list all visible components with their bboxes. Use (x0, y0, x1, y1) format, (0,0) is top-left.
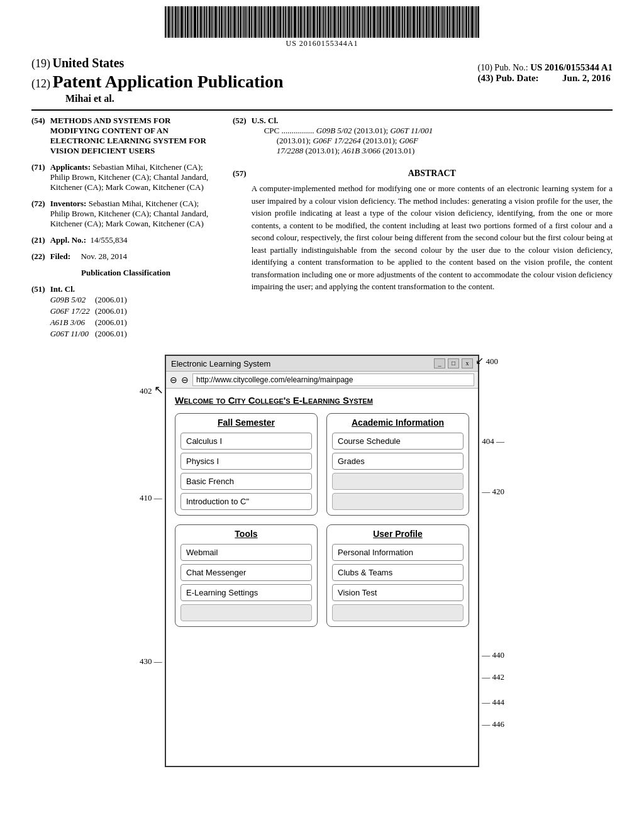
svg-rect-88 (330, 6, 331, 38)
fig-label-430: 430 — (140, 656, 162, 667)
section-51-num: (51) (31, 284, 45, 340)
panel-user-item-1[interactable]: Personal Information (332, 544, 464, 561)
svg-rect-46 (251, 6, 252, 38)
svg-rect-128 (406, 6, 406, 38)
cpc-label: CPC ................ (264, 126, 316, 135)
cpc-date-4: (2013.01); (306, 146, 342, 155)
browser-minimize-btn[interactable]: _ (434, 358, 445, 368)
svg-rect-37 (233, 6, 236, 38)
section-21-content: Appl. No.: 14/555,834 (50, 235, 128, 245)
panel-academic-item-1[interactable]: Course Schedule (332, 433, 464, 450)
cpc-codes: CPC ................ G09B 5/02 (2013.01)… (252, 126, 433, 156)
welcome-heading: Welcome to City College's E-Learning Sys… (175, 395, 469, 406)
panel-user-item-2[interactable]: Clubs & Teams (332, 564, 464, 581)
fig-label-446: — 446 (482, 719, 504, 729)
svg-rect-116 (383, 6, 384, 38)
svg-rect-28 (218, 6, 218, 38)
svg-rect-151 (449, 6, 450, 38)
svg-rect-8 (179, 6, 180, 38)
svg-rect-98 (349, 6, 350, 38)
browser-window: Electronic Learning System _ □ x ⊖ ⊖ Wel… (165, 355, 479, 767)
svg-rect-53 (264, 6, 265, 38)
panel-tools-item-3[interactable]: E-Learning Settings (180, 584, 312, 601)
svg-rect-30 (221, 6, 223, 38)
svg-rect-9 (180, 6, 183, 38)
section-22-value: Nov. 28, 2014 (80, 252, 127, 261)
panel-tools-items: Webmail Chat Messenger E-Learning Settin… (175, 541, 317, 626)
panel-tools-item-1[interactable]: Webmail (180, 544, 312, 561)
svg-rect-97 (347, 6, 348, 38)
svg-rect-96 (345, 6, 346, 38)
svg-rect-153 (452, 6, 455, 38)
us-cl-label: U.S. Cl. (252, 116, 433, 126)
svg-rect-113 (377, 6, 379, 38)
panel-fall-item-3[interactable]: Basic French (180, 473, 312, 490)
panel-user-item-3[interactable]: Vision Test (332, 584, 464, 601)
svg-rect-42 (243, 6, 245, 38)
panel-user-profile: User Profile Personal Information Clubs … (326, 524, 469, 627)
int-cl-date-1: (2006.01) (95, 294, 132, 306)
browser-url-input[interactable] (192, 374, 474, 386)
svg-rect-126 (402, 6, 403, 38)
pub-class-label: Publication Classification (31, 268, 220, 278)
section-51-label: (51) Int. Cl. G09B 5/02 (2006.01) G06F 1… (31, 284, 220, 340)
svg-rect-108 (367, 6, 369, 38)
browser-back-btn[interactable]: ⊖ (170, 375, 177, 385)
inventors-short: Mihai et al. (31, 93, 613, 104)
browser-titlebar: Electronic Learning System _ □ x (166, 356, 478, 372)
section-52-content: U.S. Cl. CPC ................ G09B 5/02 … (252, 116, 433, 156)
panel-fall-items: Calculus I Physics I Basic French Introd… (175, 430, 317, 515)
browser-title: Electronic Learning System (171, 359, 270, 368)
panel-fall-item-1[interactable]: Calculus I (180, 433, 312, 450)
type-label: (12) (31, 77, 50, 90)
section-22-content: Filed: Nov. 28, 2014 (50, 252, 127, 262)
browser-body: Welcome to City College's E-Learning Sys… (166, 389, 478, 766)
section-57-label: (57) ABSTRACT A computer-implemented met… (233, 169, 613, 293)
svg-rect-60 (277, 6, 279, 38)
section-22-filed-label: Filed: (50, 252, 71, 261)
browser-forward-btn[interactable]: ⊖ (181, 375, 189, 385)
svg-rect-125 (401, 6, 401, 38)
svg-rect-33 (226, 6, 227, 38)
section-22-num: (22) (31, 252, 45, 262)
panel-fall-title: Fall Semester (175, 414, 317, 430)
int-cl-table: G09B 5/02 (2006.01) G06F 17/22 (2006.01)… (50, 294, 132, 340)
figure-area: ↙ 400 402 ↖ 404 — 410 — — 420 430 — — 44… (0, 355, 644, 767)
svg-rect-70 (297, 6, 297, 38)
panel-fall-item-4[interactable]: Introduction to C" (180, 493, 312, 510)
svg-rect-165 (475, 6, 477, 38)
svg-rect-50 (258, 6, 260, 38)
svg-rect-129 (407, 6, 409, 38)
panel-fall-item-2[interactable]: Physics I (180, 453, 312, 470)
panel-academic-item-2[interactable]: Grades (332, 453, 464, 470)
svg-rect-121 (392, 6, 394, 38)
svg-rect-122 (395, 6, 396, 38)
svg-rect-135 (419, 6, 421, 38)
svg-rect-35 (230, 6, 231, 38)
section-21: (21) Appl. No.: 14/555,834 (31, 235, 220, 245)
svg-rect-73 (303, 6, 303, 38)
svg-rect-91 (336, 6, 337, 38)
svg-rect-107 (366, 6, 367, 38)
pub-no-label: (10) Pub. No.: US 2016/0155344 A1 (478, 62, 613, 73)
svg-rect-26 (213, 6, 214, 38)
svg-rect-94 (342, 6, 343, 38)
svg-rect-132 (413, 6, 415, 38)
panel-tools-item-2[interactable]: Chat Messenger (180, 564, 312, 581)
int-cl-date-3: (2006.01) (95, 317, 132, 328)
fig-410-dash: — (154, 493, 162, 502)
svg-rect-52 (263, 6, 264, 38)
svg-rect-163 (471, 6, 474, 38)
svg-rect-31 (223, 6, 224, 38)
int-cl-row-3: A61B 3/06 (2006.01) (50, 317, 132, 328)
svg-rect-154 (455, 6, 456, 38)
svg-rect-148 (443, 6, 445, 38)
panel-tools-title: Tools (175, 525, 317, 541)
browser-close-btn[interactable]: x (462, 358, 473, 368)
int-cl-table-inner: G09B 5/02 (2006.01) G06F 17/22 (2006.01)… (50, 294, 132, 340)
svg-rect-166 (477, 6, 479, 38)
svg-rect-118 (386, 6, 388, 38)
browser-maximize-btn[interactable]: □ (448, 358, 459, 368)
patent-type: Patent Application Publication (53, 72, 284, 91)
section-72-content: Inventors: Sebastian Mihai, Kitchener (C… (50, 199, 220, 229)
